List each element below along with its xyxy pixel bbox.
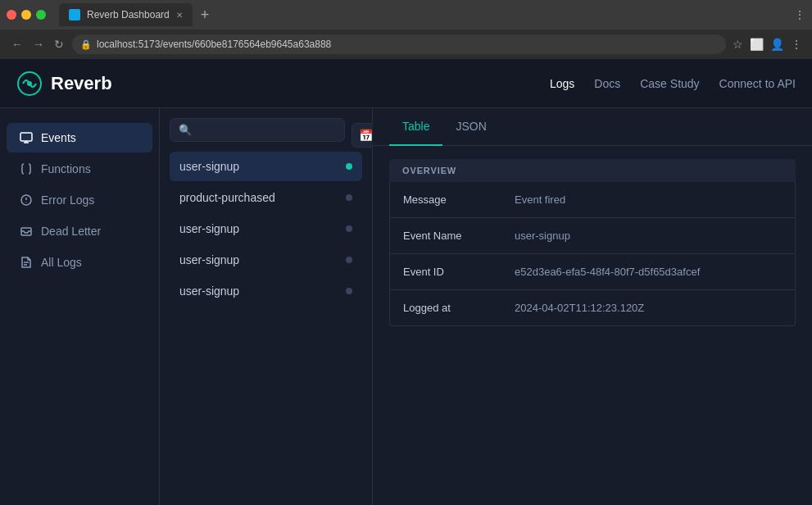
- maximize-button[interactable]: [36, 10, 46, 20]
- close-button[interactable]: [7, 10, 16, 20]
- sidebar-item-all-logs[interactable]: All Logs: [7, 248, 152, 277]
- forward-button[interactable]: →: [31, 36, 46, 52]
- svg-point-1: [27, 81, 32, 86]
- top-nav: Reverb Logs Docs Case Study Connect to A…: [0, 59, 812, 108]
- search-bar: 🔍: [170, 118, 345, 142]
- event-list: user-signup product-purchased user-signu…: [170, 152, 362, 306]
- tab-favicon: [69, 9, 80, 20]
- nav-link-case-study[interactable]: Case Study: [640, 77, 699, 90]
- window-controls: [7, 10, 46, 20]
- overview-section: OVERVIEW Message Event fired Event Name …: [389, 159, 796, 326]
- event-dot-2: [346, 225, 352, 232]
- tab-close-icon[interactable]: ✕: [176, 11, 183, 20]
- sidebar-label-all-logs: All Logs: [41, 256, 82, 269]
- event-dot-4: [346, 288, 352, 294]
- top-nav-links: Logs Docs Case Study Connect to API: [550, 77, 796, 90]
- overview-key-logged-at: Logged at: [403, 302, 501, 314]
- inbox-icon: [20, 225, 33, 238]
- nav-link-logs[interactable]: Logs: [550, 77, 574, 90]
- address-actions: ☆ ⬜ 👤 ⋮: [733, 38, 802, 51]
- minimize-button[interactable]: [21, 10, 31, 20]
- event-name-3: user-signup: [179, 253, 239, 266]
- url-bar[interactable]: 🔒 localhost:5173/events/660be8176564eb96…: [72, 34, 726, 54]
- nav-link-docs[interactable]: Docs: [594, 77, 620, 90]
- sidebar-label-dead-letter: Dead Letter: [41, 225, 101, 238]
- overview-value-logged-at: 2024-04-02T11:12:23.120Z: [515, 302, 644, 314]
- event-item-0[interactable]: user-signup: [170, 152, 362, 181]
- event-name-0: user-signup: [179, 160, 239, 173]
- overview-value-event-id: e52d3ea6-efa5-48f4-80f7-d5f65d3afcef: [515, 266, 700, 278]
- sidebar-label-error-logs: Error Logs: [41, 193, 94, 207]
- event-dot-0: [346, 163, 352, 170]
- event-item-2[interactable]: user-signup: [170, 214, 362, 243]
- tab-json[interactable]: JSON: [442, 108, 499, 146]
- search-icon: 🔍: [179, 124, 192, 136]
- overview-table: Message Event fired Event Name user-sign…: [389, 182, 796, 326]
- overview-row-message: Message Event fired: [390, 182, 795, 218]
- detail-panel: Table JSON OVERVIEW Message Event fired …: [373, 108, 812, 505]
- logo-icon: [16, 71, 43, 97]
- alert-circle-icon: [20, 193, 33, 207]
- logo: Reverb: [16, 71, 112, 97]
- search-row: 🔍 📅: [170, 118, 362, 152]
- sidebar-label-events: Events: [41, 131, 76, 144]
- bookmark-icon[interactable]: ☆: [733, 38, 743, 51]
- sidebar-item-error-logs[interactable]: Error Logs: [7, 185, 152, 215]
- logo-text: Reverb: [51, 73, 112, 94]
- address-bar: ← → ↻ 🔒 localhost:5173/events/660be81765…: [0, 30, 812, 59]
- app-container: Reverb Logs Docs Case Study Connect to A…: [0, 59, 812, 505]
- url-text: localhost:5173/events/660be8176564eb9645…: [97, 39, 331, 50]
- overview-header: OVERVIEW: [389, 159, 796, 182]
- lock-icon: 🔒: [80, 39, 92, 50]
- browser-chrome: Reverb Dashboard ✕ + ⋮ ← → ↻ 🔒 localhost…: [0, 0, 812, 59]
- overview-key-event-id: Event ID: [403, 266, 501, 278]
- cast-icon[interactable]: ⬜: [750, 38, 764, 51]
- tabs-row: Table JSON: [373, 108, 812, 146]
- sidebar-item-dead-letter[interactable]: Dead Letter: [7, 216, 152, 246]
- overview-value-message: Event fired: [515, 193, 565, 206]
- event-name-1: product-purchased: [179, 191, 275, 204]
- event-name-2: user-signup: [179, 222, 239, 235]
- sidebar: Events Functions Error L: [0, 108, 160, 505]
- back-button[interactable]: ←: [10, 36, 25, 52]
- svg-rect-2: [20, 133, 32, 141]
- overview-key-event-name: Event Name: [403, 230, 501, 242]
- event-item-3[interactable]: user-signup: [170, 245, 362, 275]
- profile-icon[interactable]: 👤: [770, 38, 784, 51]
- sidebar-item-events[interactable]: Events: [7, 123, 152, 152]
- monitor-icon: [20, 131, 33, 144]
- overview-row-event-name: Event Name user-signup: [390, 218, 795, 254]
- event-dot-3: [346, 257, 352, 263]
- sidebar-item-functions[interactable]: Functions: [7, 154, 152, 184]
- sidebar-label-functions: Functions: [41, 162, 91, 175]
- event-item-1[interactable]: product-purchased: [170, 183, 362, 212]
- search-input[interactable]: [198, 124, 336, 136]
- event-name-4: user-signup: [179, 284, 239, 298]
- tab-table[interactable]: Table: [389, 108, 442, 146]
- overview-row-logged-at: Logged at 2024-04-02T11:12:23.120Z: [390, 290, 795, 325]
- tab-title: Reverb Dashboard: [87, 9, 170, 20]
- main-content: Events Functions Error L: [0, 108, 812, 505]
- overview-row-event-id: Event ID e52d3ea6-efa5-48f4-80f7-d5f65d3…: [390, 254, 795, 290]
- menu-icon[interactable]: ⋮: [791, 38, 802, 51]
- reload-button[interactable]: ↻: [52, 36, 66, 52]
- overview-key-message: Message: [403, 193, 501, 206]
- event-dot-1: [346, 194, 352, 201]
- browser-tab[interactable]: Reverb Dashboard ✕: [59, 3, 193, 26]
- event-list-panel: 🔍 📅 user-signup product-purchased user-s…: [160, 108, 373, 505]
- overview-value-event-name: user-signup: [515, 230, 570, 242]
- new-tab-button[interactable]: +: [196, 7, 215, 24]
- nav-link-connect[interactable]: Connect to API: [719, 77, 796, 90]
- braces-icon: [20, 162, 33, 175]
- browser-menu-dots[interactable]: ⋮: [794, 8, 805, 21]
- file-text-icon: [20, 256, 33, 269]
- event-item-4[interactable]: user-signup: [170, 276, 362, 306]
- tab-bar: Reverb Dashboard ✕ + ⋮: [0, 0, 812, 30]
